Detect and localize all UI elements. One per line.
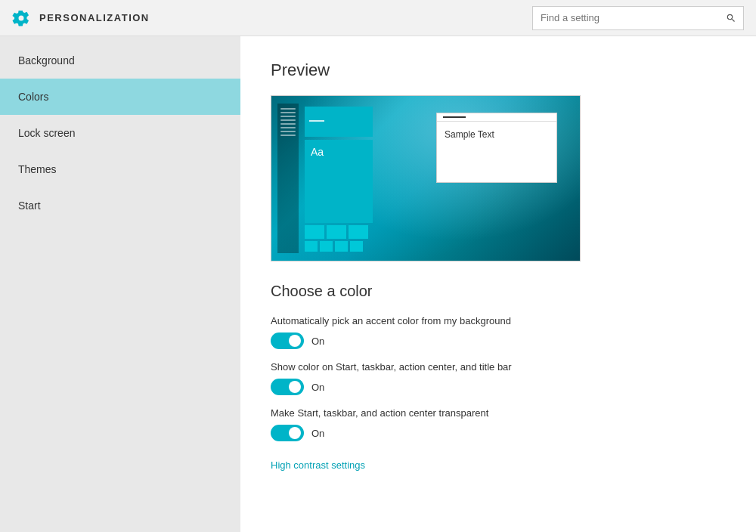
preview-window-body: Sample Text [437, 122, 556, 182]
toggle-transparent: Make Start, taskbar, and action center t… [271, 407, 726, 441]
choose-color-title: Choose a color [271, 283, 726, 300]
preview-sidebar-line [280, 123, 296, 125]
toggle-transparent-knob [289, 427, 301, 439]
preview-sidebar-line [280, 127, 296, 128]
preview-sidebar-line [280, 112, 296, 113]
preview-aa-label: Aa [311, 146, 324, 158]
sidebar-item-lock-screen[interactable]: Lock screen [0, 115, 240, 151]
preview-tile-bar [309, 120, 324, 122]
toggle-transparent-switch[interactable] [271, 425, 304, 441]
toggle-show-color-knob [289, 381, 301, 393]
search-input[interactable] [533, 12, 719, 23]
preview-window-titlebar [437, 113, 556, 122]
preview-window-drag-handle [443, 116, 466, 118]
preview-title: Preview [271, 60, 726, 80]
toggle-show-color: Show color on Start, taskbar, action cen… [271, 361, 726, 395]
preview-small-row [305, 225, 373, 239]
toggle-show-color-control: On [271, 379, 726, 395]
toggle-transparent-label: Make Start, taskbar, and action center t… [271, 407, 726, 419]
sidebar-item-themes[interactable]: Themes [0, 151, 240, 187]
preview-tiny-row [305, 241, 373, 252]
sidebar-item-background[interactable]: Background [0, 42, 240, 79]
toggle-auto-accent: Automatically pick an accent color from … [271, 315, 726, 349]
preview-sidebar-line [280, 119, 296, 121]
toggle-show-color-label: Show color on Start, taskbar, action cen… [271, 361, 726, 373]
search-box[interactable] [532, 6, 744, 30]
preview-tile-main: Aa [305, 140, 373, 223]
preview-tile-small [305, 225, 324, 239]
preview-tile-header [305, 107, 373, 137]
preview-container: Aa Sampl [271, 95, 581, 261]
sidebar-item-colors[interactable]: Colors [0, 79, 240, 115]
toggle-show-color-state: On [311, 382, 324, 393]
toggle-auto-accent-control: On [271, 332, 726, 349]
preview-sidebar-line [280, 131, 296, 132]
preview-tile-tiny [335, 241, 348, 252]
toggle-show-color-switch[interactable] [271, 379, 304, 395]
preview-sidebar-panel [277, 104, 299, 253]
preview-tile-small [327, 225, 346, 239]
preview-sidebar-line [280, 135, 296, 136]
preview-tiles: Aa [305, 107, 373, 250]
preview-tile-tiny [350, 241, 363, 252]
sidebar-item-start[interactable]: Start [0, 187, 240, 224]
app-header: PERSONALIZATION [0, 0, 756, 36]
main-layout: Background Colors Lock screen Themes Sta… [0, 36, 756, 532]
high-contrast-link[interactable]: High contrast settings [271, 459, 365, 471]
content-area: Preview [240, 36, 756, 532]
sidebar: Background Colors Lock screen Themes Sta… [0, 36, 240, 532]
preview-sidebar-line [280, 116, 296, 117]
preview-sidebar-line [280, 108, 296, 110]
toggle-auto-accent-label: Automatically pick an accent color from … [271, 315, 726, 326]
sample-text-label: Sample Text [445, 129, 494, 140]
preview-tile-tiny [320, 241, 333, 252]
app-title: PERSONALIZATION [39, 12, 150, 23]
toggle-auto-accent-state: On [311, 336, 324, 347]
toggle-transparent-control: On [271, 425, 726, 441]
search-icon [719, 6, 743, 30]
preview-tile-small [349, 225, 368, 239]
toggle-auto-accent-switch[interactable] [271, 332, 304, 349]
gear-icon [12, 9, 30, 27]
toggle-transparent-state: On [311, 428, 324, 439]
preview-sample-window: Sample Text [436, 113, 557, 183]
preview-tile-tiny [305, 241, 318, 252]
toggle-auto-accent-knob [289, 335, 301, 347]
